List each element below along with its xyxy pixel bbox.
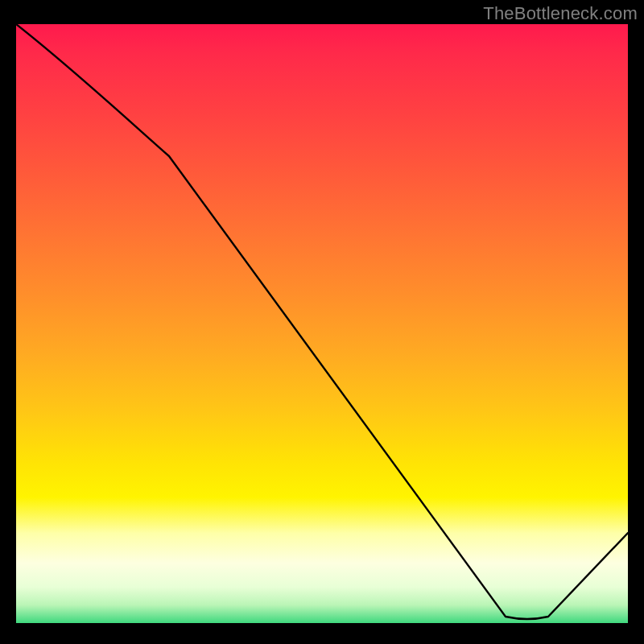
chart-frame bbox=[11, 24, 633, 633]
watermark-text: TheBottleneck.com bbox=[483, 3, 638, 24]
chart-gradient-bg bbox=[16, 24, 628, 623]
bottleneck-curve bbox=[16, 24, 628, 623]
